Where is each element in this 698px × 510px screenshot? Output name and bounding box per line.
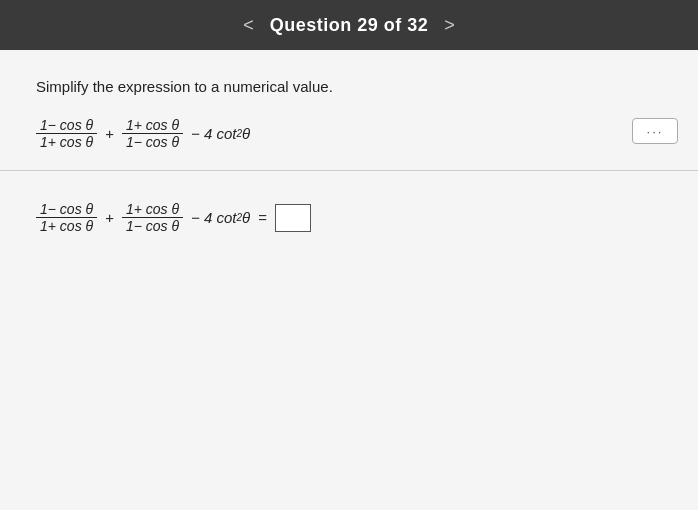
content-area: Simplify the expression to a numerical v… — [0, 50, 698, 510]
frac2-numerator: 1+ cos θ — [122, 117, 183, 133]
fraction-2: 1+ cos θ 1− cos θ — [122, 117, 183, 150]
frac4-denominator: 1− cos θ — [122, 218, 183, 234]
fraction-3: 1− cos θ 1+ cos θ — [36, 201, 97, 234]
answer-input[interactable] — [275, 204, 311, 232]
frac3-numerator: 1− cos θ — [36, 201, 97, 217]
answer-row: 1− cos θ 1+ cos θ + 1+ cos θ 1− cos θ − … — [36, 201, 662, 234]
minus-cot-term: − 4 cot2 θ — [191, 125, 250, 142]
frac1-numerator: 1− cos θ — [36, 117, 97, 133]
question-nav: < Question 29 of 32 > — [243, 15, 455, 36]
frac2-denominator: 1− cos θ — [122, 134, 183, 150]
instruction-text: Simplify the expression to a numerical v… — [36, 78, 662, 95]
frac1-denominator: 1+ cos θ — [36, 134, 97, 150]
minus-cot-term-2: − 4 cot2 θ — [191, 209, 250, 226]
more-options-button[interactable]: ··· — [632, 118, 678, 144]
expression-display: 1− cos θ 1+ cos θ + 1+ cos θ 1− cos θ − … — [36, 117, 662, 150]
next-arrow[interactable]: > — [444, 15, 455, 36]
section-divider — [0, 170, 698, 171]
frac4-numerator: 1+ cos θ — [122, 201, 183, 217]
question-label: Question 29 of 32 — [270, 15, 429, 36]
equals-sign: = — [258, 209, 267, 226]
prev-arrow[interactable]: < — [243, 15, 254, 36]
fraction-1: 1− cos θ 1+ cos θ — [36, 117, 97, 150]
header: < Question 29 of 32 > — [0, 0, 698, 50]
plus-sign-2: + — [105, 209, 114, 226]
fraction-4: 1+ cos θ 1− cos θ — [122, 201, 183, 234]
plus-sign: + — [105, 125, 114, 142]
frac3-denominator: 1+ cos θ — [36, 218, 97, 234]
